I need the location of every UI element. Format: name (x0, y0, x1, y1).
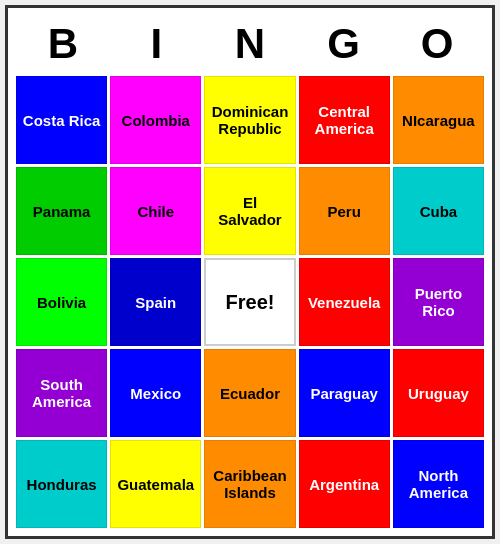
cell-r4-c0: Honduras (16, 440, 107, 528)
cell-r4-c1: Guatemala (110, 440, 201, 528)
cell-r0-c2: Dominican Republic (204, 76, 295, 164)
cell-r1-c0: Panama (16, 167, 107, 255)
cell-r3-c1: Mexico (110, 349, 201, 437)
cell-r1-c4: Cuba (393, 167, 484, 255)
bingo-letter-G: G (297, 16, 391, 72)
cell-r2-c0: Bolivia (16, 258, 107, 346)
cell-r2-c2: Free! (204, 258, 295, 346)
cell-r3-c4: Uruguay (393, 349, 484, 437)
cell-r2-c4: Puerto Rico (393, 258, 484, 346)
bingo-letter-B: B (16, 16, 110, 72)
cell-r0-c0: Costa Rica (16, 76, 107, 164)
bingo-letter-O: O (390, 16, 484, 72)
cell-r3-c0: South America (16, 349, 107, 437)
cell-r1-c1: Chile (110, 167, 201, 255)
cell-r4-c2: Caribbean Islands (204, 440, 295, 528)
cell-r0-c1: Colombia (110, 76, 201, 164)
cell-r4-c4: North America (393, 440, 484, 528)
cell-r3-c3: Paraguay (299, 349, 390, 437)
cell-r1-c3: Peru (299, 167, 390, 255)
cell-r2-c1: Spain (110, 258, 201, 346)
bingo-header: BINGO (16, 16, 484, 72)
bingo-letter-N: N (203, 16, 297, 72)
cell-r0-c3: Central America (299, 76, 390, 164)
cell-r0-c4: NIcaragua (393, 76, 484, 164)
cell-r1-c2: El Salvador (204, 167, 295, 255)
bingo-letter-I: I (110, 16, 204, 72)
bingo-card: BINGO Costa RicaColombiaDominican Republ… (5, 5, 495, 539)
bingo-grid: Costa RicaColombiaDominican RepublicCent… (16, 76, 484, 528)
cell-r3-c2: Ecuador (204, 349, 295, 437)
cell-r4-c3: Argentina (299, 440, 390, 528)
cell-r2-c3: Venezuela (299, 258, 390, 346)
